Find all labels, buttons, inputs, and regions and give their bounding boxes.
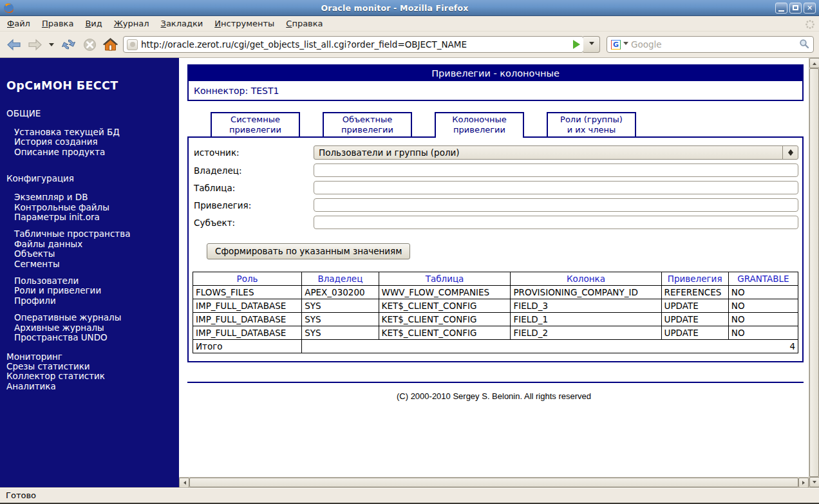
stop-button[interactable]	[82, 37, 98, 53]
search-engine-dropdown-icon[interactable]	[623, 42, 628, 48]
sidebar-link[interactable]: Контрольные файлы	[14, 203, 179, 212]
maximize-button[interactable]	[789, 3, 802, 14]
search-input[interactable]	[631, 39, 796, 50]
vertical-scrollbar[interactable]	[809, 58, 819, 487]
close-button[interactable]: ✕	[804, 3, 816, 14]
forward-button[interactable]	[26, 37, 44, 52]
go-icon[interactable]	[573, 40, 580, 49]
scroll-right-button[interactable]	[798, 478, 809, 487]
arrow-up-icon	[813, 61, 816, 65]
table-input[interactable]	[314, 181, 798, 194]
sidebar-link[interactable]: Оперативные журналы	[14, 313, 179, 322]
total-value: 4	[302, 340, 798, 353]
status-bar: Готово	[0, 487, 819, 504]
sidebar-link[interactable]: Табличные пространства	[14, 229, 179, 239]
history-dropdown-button[interactable]	[48, 39, 55, 50]
sidebar-link[interactable]: Экземпляр и DB	[14, 192, 179, 202]
throbber-icon	[805, 19, 815, 32]
scroll-up-button[interactable]	[809, 58, 819, 68]
sidebar-group-storage: Табличные пространстваФайлы данныхОбъект…	[14, 229, 179, 269]
tab-privileges[interactable]: Системные привелегии	[211, 112, 300, 138]
sidebar-link[interactable]: Пространства UNDO	[14, 333, 179, 342]
sidebar-heading-configuration: Конфигурация	[6, 173, 179, 183]
menu-item[interactable]: Журнал	[108, 17, 155, 30]
tab-privileges[interactable]: Роли (группы) и их члены	[547, 112, 636, 138]
sidebar-link[interactable]: Файлы данных	[14, 239, 179, 249]
menu-item[interactable]: Справка	[280, 17, 328, 30]
sidebar-heading-general: ОБЩИЕ	[6, 108, 179, 118]
navigation-toolbar: G	[0, 32, 819, 58]
scroll-down-button[interactable]	[809, 477, 819, 487]
column-header: Колонка	[511, 272, 661, 286]
window-titlebar: Oracle monitor - Mozilla Firefox ✕	[0, 0, 819, 16]
subject-input[interactable]	[314, 216, 798, 229]
sidebar-link[interactable]: Архивные журналы	[14, 323, 179, 333]
sidebar-group-monitoring: МониторингСрезы статистикиКоллектор стат…	[6, 352, 179, 392]
total-label: Итого	[193, 340, 302, 353]
reload-icon	[61, 37, 77, 51]
chevron-down-icon	[49, 43, 54, 49]
arrow-down-icon	[813, 481, 816, 485]
column-header: Таблица	[379, 272, 511, 286]
menu-item[interactable]: Закладки	[155, 17, 209, 30]
menu-item[interactable]: Правка	[36, 17, 79, 30]
tab-privileges[interactable]: Колоночные привелегии	[435, 112, 524, 138]
home-button[interactable]	[102, 37, 119, 52]
sidebar-link[interactable]: Объекты	[14, 249, 179, 259]
table-total-row: Итого 4	[193, 340, 798, 353]
search-box[interactable]: G	[607, 36, 814, 53]
url-input[interactable]	[141, 39, 570, 50]
scroll-left-button[interactable]	[179, 478, 189, 487]
owner-input[interactable]	[314, 163, 798, 177]
sidebar-group-general: Установка текущей БДИстория созданияОпис…	[14, 127, 179, 157]
source-select[interactable]: Пользователи и группы (роли)	[314, 145, 798, 160]
url-dropdown-button[interactable]	[583, 36, 600, 53]
sidebar-group-instance: Экземпляр и DBКонтрольные файлыПараметры…	[14, 192, 179, 222]
minimize-button[interactable]	[775, 3, 787, 14]
privilege-input[interactable]	[314, 198, 798, 212]
arrow-right-icon	[802, 481, 807, 485]
menu-item[interactable]: Инструменты	[209, 17, 280, 30]
sidebar-link[interactable]: Пользователи	[14, 276, 179, 286]
sidebar-link[interactable]: Мониторинг	[6, 352, 179, 362]
generate-button[interactable]: Сформировать по указанным значениям	[207, 243, 410, 259]
content-area: Привелегии - колоночные Коннектор: TEST1…	[179, 58, 809, 477]
app-brand: ОрСиМОН БЕССТ	[6, 79, 174, 92]
tab-privileges[interactable]: Объектные привелегии	[323, 112, 412, 138]
sidebar-link[interactable]: Параметры init.ora	[14, 212, 179, 222]
back-icon	[6, 39, 21, 51]
back-button[interactable]	[5, 37, 23, 52]
table-row: IMP_FULL_DATABASE SYS KET$_CLIENT_CONFIG…	[193, 326, 798, 340]
firefox-icon	[3, 3, 14, 14]
menu-item[interactable]: Вид	[79, 17, 108, 30]
sidebar-link[interactable]: Установка текущей БД	[14, 127, 179, 137]
divider	[187, 382, 804, 383]
page-title: Привелегии - колоночные	[189, 66, 802, 81]
column-header: Привелегия	[661, 272, 728, 286]
table-row: IMP_FULL_DATABASE SYS KET$_CLIENT_CONFIG…	[193, 299, 798, 313]
sidebar-link[interactable]: История создания	[14, 137, 179, 147]
minimize-icon	[778, 10, 784, 12]
arrow-left-icon	[182, 481, 186, 485]
sidebar-link[interactable]: Описание продукта	[14, 147, 179, 157]
menubar: Файл Правка Вид Журнал Закладки Инструме…	[0, 16, 819, 32]
reload-button[interactable]	[59, 36, 78, 53]
privileges-table: РольВладелецТаблицаКолонкаПривелегияGRAN…	[193, 272, 798, 353]
table-header-row: РольВладелецТаблицаКолонкаПривелегияGRAN…	[193, 272, 798, 286]
magnifier-icon[interactable]	[799, 39, 809, 51]
sidebar-link[interactable]: Коллектор статистик	[6, 371, 179, 381]
connector-label: Коннектор: TEST1	[189, 81, 802, 100]
vertical-scrollbar-thumb[interactable]	[809, 68, 819, 477]
sidebar-link[interactable]: Роли и привелегии	[14, 286, 179, 295]
maximize-icon	[793, 5, 798, 10]
menu-item[interactable]: Файл	[1, 17, 36, 30]
column-header: GRANTABLE	[728, 272, 798, 286]
horizontal-scrollbar[interactable]	[179, 477, 809, 487]
sidebar-link[interactable]: Аналитика	[6, 382, 179, 391]
stop-icon	[83, 38, 97, 51]
sidebar-link[interactable]: Профили	[14, 296, 179, 306]
url-bar[interactable]	[123, 36, 584, 53]
sidebar-link[interactable]: Сегменты	[14, 259, 179, 269]
horizontal-scrollbar-thumb[interactable]	[189, 478, 798, 487]
sidebar-link[interactable]: Срезы статистики	[6, 362, 179, 371]
